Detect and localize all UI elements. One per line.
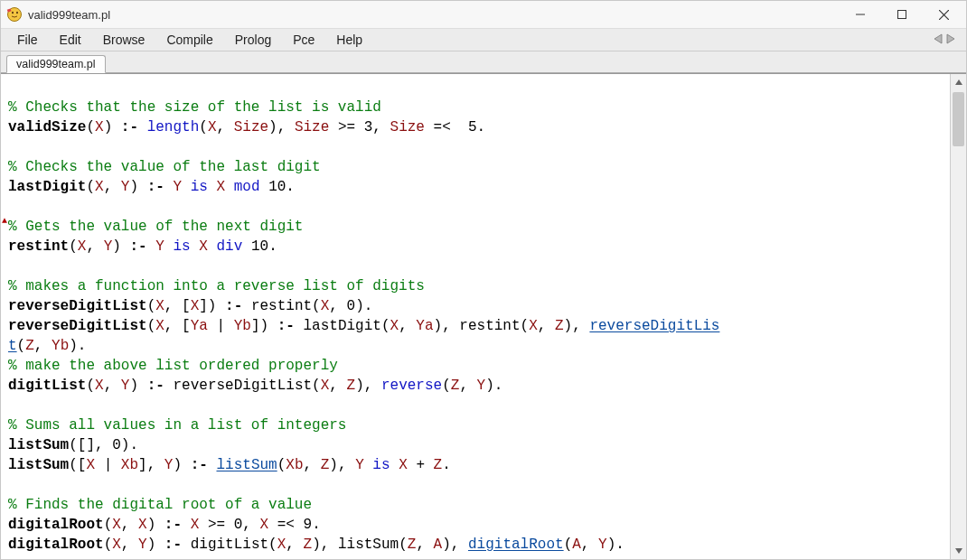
code-var: X xyxy=(321,378,330,394)
code-neck: :- xyxy=(155,517,190,533)
code-var: X xyxy=(155,318,164,334)
code-editor[interactable]: ▲% Checks that the size of the list is v… xyxy=(1,74,950,559)
code-var: X xyxy=(191,517,200,533)
code-builtin: is xyxy=(191,179,208,195)
code-number: 5 xyxy=(468,119,477,135)
code-var: X xyxy=(217,179,226,195)
menu-file[interactable]: File xyxy=(6,30,49,50)
scroll-down-icon[interactable] xyxy=(951,543,967,559)
code-var: Y xyxy=(104,238,113,255)
code-var: Z xyxy=(555,318,564,334)
code-var: Xb xyxy=(121,457,138,473)
code-var: A xyxy=(434,537,443,553)
code-predicate: reverseDigitList xyxy=(8,298,147,314)
code-var: X xyxy=(321,298,330,314)
code-var: X xyxy=(112,537,121,553)
code-comment: % Checks the value of the last digit xyxy=(8,159,321,175)
menu-browse[interactable]: Browse xyxy=(92,30,156,50)
code-call-plain: restint xyxy=(459,318,520,334)
code-var: Z xyxy=(25,338,34,354)
tab-active[interactable]: valid999team.pl xyxy=(6,55,106,73)
code-var: Size xyxy=(295,119,329,135)
code-recursive-call: t xyxy=(8,338,17,354)
code-number: 0 xyxy=(347,298,356,314)
code-var: Yb xyxy=(52,338,69,354)
code-var: Ya xyxy=(416,318,433,334)
code-builtin: is xyxy=(372,457,390,473)
scroll-up-icon[interactable] xyxy=(951,74,967,90)
titlebar: valid999team.pl xyxy=(1,1,966,28)
window-title: valid999team.pl xyxy=(28,8,110,22)
code-comment: % make the above list ordered properly xyxy=(8,358,338,374)
code-var: X xyxy=(390,318,399,334)
code-predicate: digitList xyxy=(8,378,86,394)
code-predicate: reverseDigitList xyxy=(8,318,147,334)
code-builtin: div xyxy=(217,238,243,255)
code-var: X xyxy=(138,517,147,533)
code-neck: :- xyxy=(216,298,250,314)
code-number: 0 xyxy=(234,517,243,533)
code-call-plain: restint xyxy=(251,298,312,314)
code-var: X xyxy=(199,238,208,255)
nav-right-icon[interactable] xyxy=(944,33,957,48)
code-var: Y xyxy=(173,179,182,195)
tabbar: valid999team.pl xyxy=(1,51,966,73)
scroll-thumb[interactable] xyxy=(953,92,964,146)
menubar: File Edit Browse Compile Prolog Pce Help xyxy=(1,28,966,51)
code-call-plain: listSum xyxy=(338,537,399,553)
code-var: Size xyxy=(390,119,425,135)
code-neck: :- xyxy=(138,179,173,195)
code-predicate: lastDigit xyxy=(8,179,86,195)
code-predicate: validSize xyxy=(8,119,86,135)
code-predicate: digitalRoot xyxy=(8,517,104,533)
close-button[interactable] xyxy=(923,1,964,28)
menu-prolog[interactable]: Prolog xyxy=(224,30,282,50)
code-var: Z xyxy=(434,457,443,473)
nav-left-icon[interactable] xyxy=(932,33,944,48)
code-var: Y xyxy=(155,238,164,255)
maximize-button[interactable] xyxy=(881,1,923,28)
app-window: valid999team.pl File Edit Browse Compile… xyxy=(0,0,967,560)
code-predicate: listSum xyxy=(8,457,69,473)
code-neck: :- xyxy=(112,119,146,135)
code-var: X xyxy=(399,457,408,473)
code-comment: % Finds the digital root of a value xyxy=(8,497,312,513)
code-predicate: listSum xyxy=(8,437,69,453)
code-var: X xyxy=(95,119,104,135)
code-var: Z xyxy=(408,537,417,553)
code-number: 3 xyxy=(364,119,373,135)
code-var: Yb xyxy=(234,318,251,334)
vertical-scrollbar[interactable] xyxy=(950,74,966,559)
minimize-button[interactable] xyxy=(840,1,881,28)
code-number: 10 xyxy=(268,179,286,195)
code-comment: % Sums all values in a list of integers xyxy=(8,417,346,434)
menubar-right-icons xyxy=(932,33,961,48)
code-neck: :- xyxy=(155,537,190,553)
menu-pce[interactable]: Pce xyxy=(282,30,325,50)
code-predicate: digitalRoot xyxy=(8,537,104,553)
code-var: X xyxy=(95,179,104,195)
code-comment: % makes a function into a reverse list o… xyxy=(8,278,425,294)
code-number: 9 xyxy=(304,517,313,533)
menu-compile[interactable]: Compile xyxy=(155,30,223,50)
code-comment: % Gets the value of the next digit xyxy=(8,219,303,235)
code-var: X xyxy=(86,457,95,473)
menu-help[interactable]: Help xyxy=(325,30,373,50)
svg-marker-11 xyxy=(955,548,962,554)
code-var: Ya xyxy=(191,318,208,334)
code-var: X xyxy=(112,517,121,533)
code-number: 0 xyxy=(112,437,121,453)
code-var: Y xyxy=(477,378,486,394)
svg-point-2 xyxy=(16,12,18,14)
code-var: Z xyxy=(304,537,313,553)
code-var: X xyxy=(260,517,269,533)
code-var: Y xyxy=(121,378,130,394)
code-var: Z xyxy=(347,378,356,394)
svg-marker-9 xyxy=(947,34,954,43)
code-recursive-call: reverseDigitLis xyxy=(589,318,719,334)
svg-rect-5 xyxy=(898,11,906,19)
menu-edit[interactable]: Edit xyxy=(49,30,92,50)
code-var: X xyxy=(529,318,538,334)
code-builtin: mod xyxy=(234,179,260,195)
code-var: A xyxy=(572,537,581,553)
